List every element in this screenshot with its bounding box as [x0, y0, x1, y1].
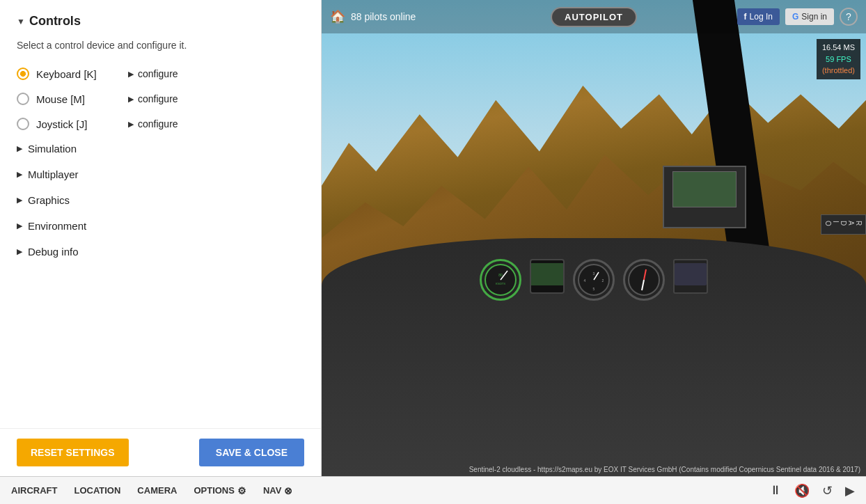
help-button[interactable]: ?: [840, 8, 858, 26]
gear-icon: ⚙: [237, 485, 246, 496]
nav-camera-label: CAMERA: [137, 485, 177, 496]
controls-subtitle: Select a control device and configure it…: [17, 40, 304, 51]
debug-label: Debug info: [28, 246, 79, 258]
mouse-radio-label[interactable]: Mouse [M]: [17, 93, 114, 105]
svg-text:5: 5: [593, 287, 595, 291]
mute-button[interactable]: 🔇: [794, 483, 810, 498]
bottom-buttons: RESET SETTINGS SAVE & CLOSE: [0, 428, 321, 476]
nav-item-nav[interactable]: NAV ⊗: [263, 485, 292, 496]
reset-icon: ↺: [822, 483, 833, 498]
nav-item-options[interactable]: OPTIONS ⚙: [194, 485, 246, 496]
expand-arrow-icon: ▼: [17, 17, 25, 26]
gps-display: [530, 259, 565, 294]
joystick-radio-button[interactable]: [17, 118, 29, 130]
sim-topbar-left: 🏠 88 pilots online: [330, 9, 416, 24]
autopilot-center: AUTOPILOT: [551, 7, 637, 27]
controls-section: ▼ Controls Select a control device and c…: [0, 0, 321, 428]
nav-options-label: OPTIONS: [194, 485, 235, 496]
attribution: Sentinel-2 cloudless - https://s2maps.eu…: [469, 466, 860, 473]
play-button[interactable]: ▶: [845, 483, 855, 498]
mouse-radio-button[interactable]: [17, 93, 29, 105]
instrument-cluster: 80 KNOTS 3 2 4 5: [322, 238, 866, 476]
mouse-row: Mouse [M] ▶ configure: [17, 93, 304, 105]
controls-title: ▼ Controls: [17, 14, 304, 29]
keyboard-row: Keyboard [K] ▶ configure: [17, 68, 304, 80]
multiplayer-label: Multiplayer: [28, 168, 79, 180]
svg-text:3: 3: [593, 271, 595, 276]
simulation-expand-icon: ▶: [17, 144, 22, 153]
save-close-button[interactable]: SAVE & CLOSE: [199, 439, 304, 466]
airspeed-indicator: 80 KNOTS: [480, 259, 521, 301]
pause-button[interactable]: ⏸: [769, 483, 782, 498]
mouse-label: Mouse [M]: [36, 93, 85, 105]
multiplayer-section[interactable]: ▶ Multiplayer: [17, 168, 304, 180]
altimeter: 3 2 4 5: [573, 259, 615, 301]
nav-item-location[interactable]: LOCATION: [74, 485, 120, 496]
nav-item-camera[interactable]: CAMERA: [137, 485, 177, 496]
google-icon: G: [792, 12, 798, 22]
nav-item-aircraft[interactable]: AIRCRAFT: [11, 485, 57, 496]
sim-topbar-right: f Log In G Sign in ?: [737, 8, 858, 26]
joystick-configure-button[interactable]: ▶ configure: [128, 118, 178, 129]
perf-fps: 59 FPS: [822, 54, 855, 65]
facebook-icon: f: [744, 12, 747, 22]
controls-heading: Controls: [29, 14, 81, 29]
play-icon: ▶: [128, 70, 134, 79]
google-signin-button[interactable]: G Sign in: [785, 8, 834, 25]
keyboard-configure-button[interactable]: ▶ configure: [128, 68, 178, 79]
nav-location-label: LOCATION: [74, 485, 120, 496]
home-icon[interactable]: 🏠: [330, 9, 345, 24]
play-icon-joystick: ▶: [128, 120, 134, 129]
play-circle-icon: ▶: [845, 483, 855, 498]
graphics-label: Graphics: [28, 194, 70, 206]
simulation-label: Simulation: [28, 143, 77, 155]
radio-tab[interactable]: RADIO: [821, 214, 866, 235]
gps-screen: [672, 171, 737, 207]
left-panel: ▼ Controls Select a control device and c…: [0, 0, 322, 476]
play-icon-mouse: ▶: [128, 95, 134, 104]
svg-text:2: 2: [602, 278, 604, 283]
debug-section[interactable]: ▶ Debug info: [17, 246, 304, 258]
joystick-label: Joystick [J]: [36, 118, 87, 130]
mute-icon: 🔇: [794, 483, 810, 498]
reset-settings-button[interactable]: RESET SETTINGS: [17, 439, 129, 466]
svg-text:80: 80: [498, 273, 503, 277]
keyboard-label: Keyboard [K]: [36, 68, 97, 80]
pilots-online: 88 pilots online: [351, 11, 416, 22]
nav-nav-label: NAV: [263, 485, 281, 496]
debug-expand-icon: ▶: [17, 247, 22, 256]
joystick-configure-label: configure: [138, 118, 178, 129]
compass: [623, 259, 665, 301]
svg-text:KNOTS: KNOTS: [496, 282, 505, 285]
keyboard-radio-label[interactable]: Keyboard [K]: [17, 68, 114, 80]
environment-expand-icon: ▶: [17, 221, 22, 230]
keyboard-configure-label: configure: [138, 68, 178, 79]
svg-text:4: 4: [584, 278, 586, 283]
environment-section[interactable]: ▶ Environment: [17, 220, 304, 232]
simulation-section[interactable]: ▶ Simulation: [17, 143, 304, 155]
joystick-row: Joystick [J] ▶ configure: [17, 118, 304, 130]
multiplayer-expand-icon: ▶: [17, 170, 22, 179]
attribution-text: Sentinel-2 cloudless - https://s2maps.eu…: [469, 466, 860, 473]
perf-throttled: (throttled): [822, 65, 855, 77]
mouse-configure-button[interactable]: ▶ configure: [128, 93, 178, 104]
pause-icon: ⏸: [769, 483, 782, 498]
cockpit-panel: 80 KNOTS 3 2 4 5: [322, 238, 866, 476]
graphics-expand-icon: ▶: [17, 196, 22, 205]
joystick-radio-label[interactable]: Joystick [J]: [17, 118, 114, 130]
nav-aircraft-label: AIRCRAFT: [11, 485, 57, 496]
mouse-configure-label: configure: [138, 93, 178, 104]
reset-view-button[interactable]: ↺: [822, 483, 833, 498]
nav-circle-icon: ⊗: [284, 485, 292, 496]
fb-login-label: Log In: [750, 12, 773, 22]
perf-ms: 16.54 MS: [822, 42, 855, 54]
sim-viewport[interactable]: 80 KNOTS 3 2 4 5: [322, 0, 866, 476]
bottom-nav: AIRCRAFT LOCATION CAMERA OPTIONS ⚙ NAV ⊗…: [0, 476, 866, 504]
nav-display: [673, 259, 708, 294]
gps-unit: [663, 166, 746, 228]
facebook-login-button[interactable]: f Log In: [737, 8, 780, 25]
autopilot-button[interactable]: AUTOPILOT: [551, 7, 637, 27]
graphics-section[interactable]: ▶ Graphics: [17, 194, 304, 206]
keyboard-radio-button[interactable]: [17, 68, 29, 80]
environment-label: Environment: [28, 220, 86, 232]
